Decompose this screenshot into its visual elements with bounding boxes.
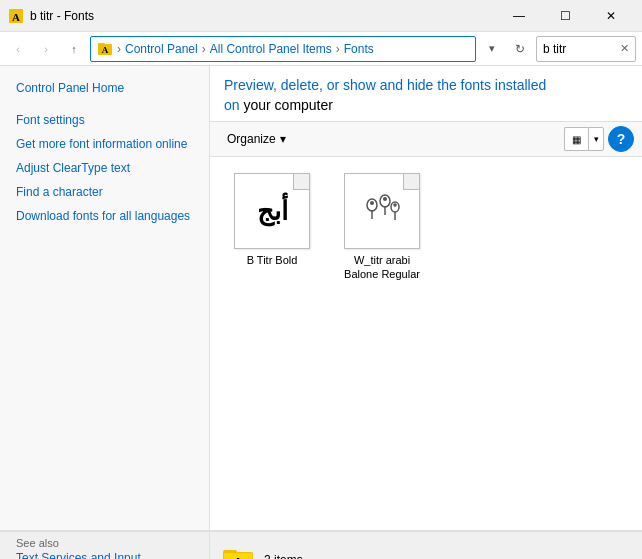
title-bar: A b titr - Fonts — ☐ ✕ [0, 0, 642, 32]
search-input[interactable]: b titr [543, 42, 613, 56]
sidebar-item-font-settings[interactable]: Font settings [0, 108, 209, 132]
content-header: Preview, delete, or show and hide the fo… [210, 66, 642, 122]
font-grid: أبج B Titr Bold [210, 157, 642, 530]
svg-point-9 [383, 197, 387, 201]
path-fonts[interactable]: Fonts [344, 42, 374, 56]
font-preview-b-titr: أبج [257, 196, 288, 227]
svg-text:A: A [102, 45, 109, 55]
folder-path-icon: A [97, 41, 113, 57]
font-folder-icon: A [222, 544, 254, 560]
address-right: ▾ ↻ [480, 37, 532, 61]
sidebar-item-control-panel-home[interactable]: Control Panel Home [0, 76, 209, 100]
path-separator-1: › [117, 42, 121, 56]
font-icon-fold [293, 174, 309, 190]
path-separator-3: › [336, 42, 340, 56]
forward-button[interactable]: › [34, 37, 58, 61]
window-title: b titr - Fonts [30, 9, 496, 23]
font-icon-fold-2 [403, 174, 419, 190]
font-icon-b-titr: أبج [234, 173, 310, 249]
header-text-computer: your computer [243, 97, 332, 113]
help-icon: ? [617, 131, 626, 147]
organize-arrow-icon: ▾ [280, 132, 286, 146]
path-control-panel[interactable]: Control Panel [125, 42, 198, 56]
path-separator-2: › [202, 42, 206, 56]
svg-text:A: A [12, 11, 20, 23]
search-clear-icon[interactable]: ✕ [620, 42, 629, 55]
close-button[interactable]: ✕ [588, 0, 634, 32]
search-box[interactable]: b titr ✕ [536, 36, 636, 62]
font-name-b-titr: B Titr Bold [247, 253, 298, 267]
header-text-hide: hide [407, 77, 433, 93]
header-text-colored: Preview, delete, or show and [224, 77, 407, 93]
sidebar-item-adjust-cleartype[interactable]: Adjust ClearType text [0, 156, 209, 180]
sidebar-item-get-more-font[interactable]: Get more font information online [0, 132, 209, 156]
organize-button[interactable]: Organize ▾ [218, 128, 295, 150]
status-area: See also Text Services and Input Languag… [0, 531, 642, 559]
up-button[interactable]: ↑ [62, 37, 86, 61]
back-button[interactable]: ‹ [6, 37, 30, 61]
view-grid-icon: ▦ [572, 134, 581, 145]
maximize-button[interactable]: ☐ [542, 0, 588, 32]
path-all-items[interactable]: All Control Panel Items [210, 42, 332, 56]
view-dropdown-arrow-icon: ▾ [594, 134, 599, 144]
font-name-w-titr: W_titr arabiBalone Regular [344, 253, 420, 282]
font-icon-w-titr [344, 173, 420, 249]
sidebar-item-download-fonts[interactable]: Download fonts for all languages [0, 204, 209, 228]
svg-point-12 [393, 203, 397, 207]
content-toolbar: Organize ▾ ▦ ▾ ? [210, 122, 642, 157]
see-also-section: See also Text Services and Input Languag… [0, 532, 210, 559]
window-icon: A [8, 8, 24, 24]
address-bar: ‹ › ↑ A › Control Panel › All Control Pa… [0, 32, 642, 66]
dropdown-button[interactable]: ▾ [480, 37, 504, 61]
refresh-button[interactable]: ↻ [508, 37, 532, 61]
see-also-label: See also [16, 537, 193, 549]
sidebar-item-find-character[interactable]: Find a character [0, 180, 209, 204]
sidebar: Control Panel Home Font settings Get mor… [0, 66, 210, 530]
window-controls: — ☐ ✕ [496, 0, 634, 32]
svg-text:A: A [233, 556, 244, 560]
sidebar-section: Control Panel Home [0, 76, 209, 100]
dots-svg [357, 191, 407, 231]
content-area: Preview, delete, or show and hide the fo… [210, 66, 642, 530]
font-item-w-titr[interactable]: W_titr arabiBalone Regular [332, 169, 432, 286]
items-count: 2 items [264, 553, 303, 560]
content-header-text: Preview, delete, or show and hide the fo… [224, 76, 628, 115]
help-button[interactable]: ? [608, 126, 634, 152]
status-right: A 2 items [210, 532, 642, 559]
see-also-link[interactable]: Text Services and Input Language [16, 551, 193, 559]
main-container: Control Panel Home Font settings Get mor… [0, 66, 642, 531]
sidebar-section-2: Font settings Get more font information … [0, 108, 209, 228]
font-item-b-titr-bold[interactable]: أبج B Titr Bold [222, 169, 322, 286]
font-preview-w-titr [357, 191, 407, 231]
svg-point-6 [370, 201, 374, 205]
minimize-button[interactable]: — [496, 0, 542, 32]
view-mode-button[interactable]: ▦ [564, 127, 588, 151]
view-dropdown-button[interactable]: ▾ [588, 127, 604, 151]
address-path[interactable]: A › Control Panel › All Control Panel It… [90, 36, 476, 62]
organize-label: Organize [227, 132, 276, 146]
view-control: ▦ ▾ [564, 127, 604, 151]
